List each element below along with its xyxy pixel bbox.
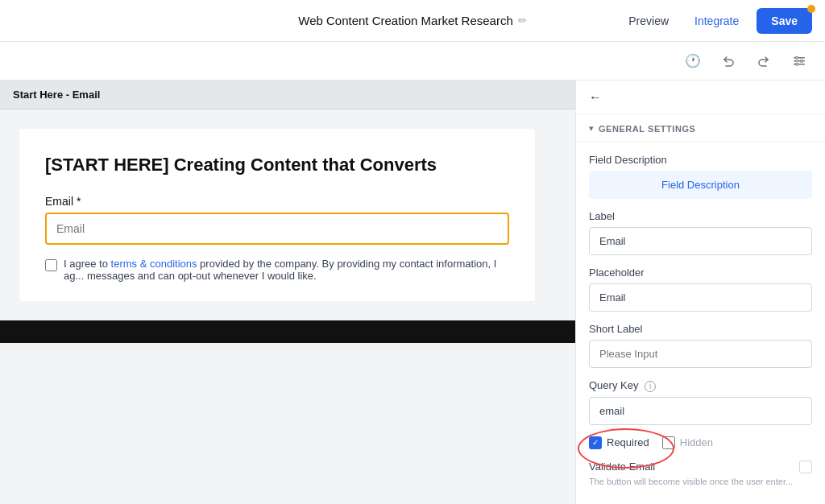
page-title: Web Content Creation Market Research — [298, 14, 513, 27]
email-input[interactable] — [45, 213, 509, 245]
form-title: [START HERE] Creating Content that Conve… — [45, 155, 509, 176]
right-panel: ← ▾ GENERAL SETTINGS Field Description F… — [575, 81, 825, 504]
canvas-header-label: Start Here - Email — [13, 89, 100, 101]
label-input[interactable] — [589, 227, 812, 255]
required-hidden-row: ✓ Required Hidden — [576, 425, 825, 449]
required-label: Required — [607, 436, 649, 448]
canvas-content: [START HERE] Creating Content that Conve… — [0, 109, 575, 320]
validate-email-checkbox[interactable] — [799, 461, 812, 473]
short-label-group: Short Label — [576, 312, 825, 368]
placeholder-input[interactable] — [589, 283, 812, 312]
hidden-checkbox[interactable] — [662, 436, 675, 449]
terms-link[interactable]: terms & conditions — [111, 258, 197, 270]
svg-point-4 — [801, 60, 803, 62]
canvas-header: Start Here - Email — [0, 81, 575, 109]
svg-point-3 — [796, 56, 798, 59]
edit-title-icon[interactable]: ✏ — [518, 14, 527, 27]
back-icon[interactable]: ← — [589, 90, 602, 104]
required-checkbox[interactable]: ✓ — [589, 436, 602, 449]
field-description-button[interactable]: Field Description — [589, 171, 812, 199]
label-group: Label — [576, 199, 825, 255]
section-header-text: GENERAL SETTINGS — [599, 124, 695, 134]
topbar-actions: Preview Integrate Save — [620, 8, 812, 34]
undo-icon[interactable] — [715, 48, 741, 74]
form-card: [START HERE] Creating Content that Conve… — [19, 129, 535, 301]
email-field-label: Email * — [45, 195, 509, 208]
query-key-info-icon[interactable]: i — [645, 381, 656, 392]
chevron-icon[interactable]: ▾ — [589, 123, 594, 134]
hidden-label: Hidden — [680, 436, 713, 448]
query-key-field-label: Query Key i — [589, 379, 812, 392]
validate-email-section: Validate Email The button will become vi… — [576, 449, 825, 486]
field-desc-label: Field Description — [589, 154, 812, 166]
save-button[interactable]: Save — [757, 8, 812, 34]
placeholder-group: Placeholder — [576, 255, 825, 312]
main-layout: Start Here - Email [START HERE] Creating… — [0, 81, 825, 504]
integrate-button[interactable]: Integrate — [686, 10, 747, 32]
placeholder-field-label: Placeholder — [589, 266, 812, 279]
short-label-input[interactable] — [589, 340, 812, 368]
canvas-area: Start Here - Email [START HERE] Creating… — [0, 81, 575, 504]
consent-checkbox[interactable] — [45, 259, 57, 271]
required-group: ✓ Required — [589, 436, 649, 449]
validate-email-desc: The button will become visible once the … — [589, 477, 812, 486]
topbar: Web Content Creation Market Research ✏ P… — [0, 0, 825, 42]
field-description-group: Field Description Field Description — [576, 143, 825, 199]
settings-icon[interactable] — [786, 48, 812, 74]
validate-email-label: Validate Email — [589, 461, 655, 473]
validate-email-row: Validate Email — [589, 461, 812, 473]
secondary-toolbar: 🕐 — [0, 42, 825, 81]
preview-button[interactable]: Preview — [620, 10, 677, 32]
hidden-group: Hidden — [662, 436, 713, 449]
query-key-input[interactable] — [589, 397, 812, 425]
label-field-label: Label — [589, 210, 812, 222]
consent-text: I agree to terms & conditions provided b… — [64, 258, 509, 282]
query-key-group: Query Key i — [576, 368, 825, 425]
save-notification-dot — [807, 5, 815, 13]
short-label-field-label: Short Label — [589, 323, 812, 335]
general-settings-section: ▾ GENERAL SETTINGS — [576, 115, 825, 143]
svg-point-5 — [796, 63, 798, 65]
history-icon[interactable]: 🕐 — [680, 48, 706, 74]
panel-back-row: ← — [576, 81, 825, 115]
consent-row: I agree to terms & conditions provided b… — [45, 258, 509, 282]
topbar-title-area: Web Content Creation Market Research ✏ — [298, 14, 527, 27]
redo-icon[interactable] — [751, 48, 777, 74]
